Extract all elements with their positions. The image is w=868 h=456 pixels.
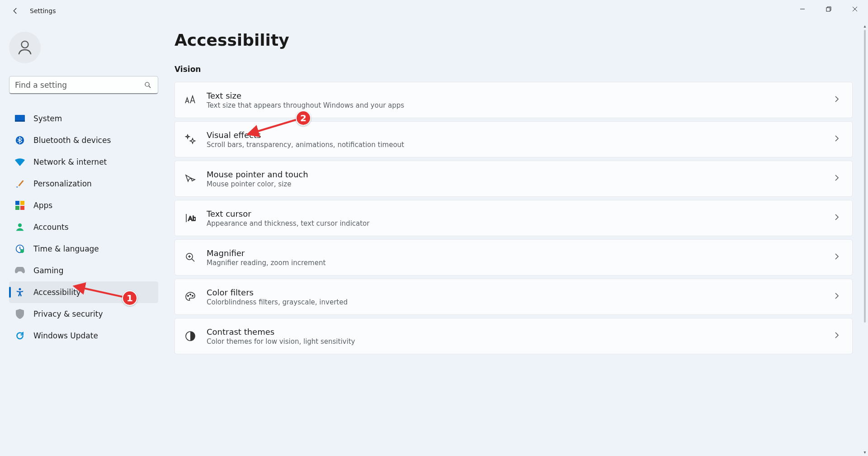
window-controls — [789, 0, 868, 18]
svg-line-22 — [192, 259, 194, 261]
svg-rect-1 — [826, 8, 830, 11]
sidebar-item-label: Time & language — [33, 244, 99, 253]
minimize-button[interactable] — [789, 0, 816, 18]
contrast-icon — [184, 331, 197, 341]
card-text: Contrast themesColor themes for low visi… — [207, 327, 834, 346]
card-description: Scroll bars, transparency, animations, n… — [207, 141, 834, 149]
chevron-right-icon — [834, 292, 840, 301]
sidebar-item-update[interactable]: Windows Update — [9, 325, 158, 347]
maximize-icon — [826, 6, 831, 12]
setting-card-magnifier[interactable]: MagnifierMagnifier reading, zoom increme… — [175, 239, 853, 276]
svg-point-4 — [22, 41, 28, 48]
close-button[interactable] — [842, 0, 868, 18]
card-title: Text cursor — [207, 209, 834, 218]
card-title: Color filters — [207, 288, 834, 297]
chevron-right-icon — [834, 332, 840, 341]
search-wrap — [9, 76, 158, 94]
svg-text:Ab: Ab — [188, 215, 196, 222]
scroll-track[interactable] — [863, 30, 867, 448]
card-description: Appearance and thickness, text cursor in… — [207, 219, 834, 228]
card-title: Mouse pointer and touch — [207, 170, 834, 179]
sidebar-item-label: Accessibility — [33, 288, 81, 297]
svg-point-27 — [192, 295, 193, 297]
card-title: Contrast themes — [207, 327, 834, 337]
card-text: Text cursorAppearance and thickness, tex… — [207, 209, 834, 228]
sidebar-item-accounts[interactable]: Accounts — [9, 216, 158, 238]
mouse-pointer-icon — [184, 174, 197, 184]
apps-icon — [14, 200, 25, 211]
card-title: Visual effects — [207, 130, 834, 140]
card-title: Magnifier — [207, 248, 834, 258]
cards-list: Text sizeText size that appears througho… — [175, 82, 853, 354]
vertical-scrollbar[interactable]: ▴ ▾ — [862, 22, 868, 456]
page-title: Accessibility — [175, 31, 853, 49]
sidebar-item-label: Gaming — [33, 266, 63, 275]
svg-rect-12 — [20, 201, 24, 205]
sidebar-item-label: Personalization — [33, 179, 92, 188]
card-text: Visual effectsScroll bars, transparency,… — [207, 130, 834, 149]
sidebar-item-apps[interactable]: Apps — [9, 195, 158, 216]
svg-rect-14 — [20, 206, 24, 210]
chevron-right-icon — [834, 135, 840, 144]
card-description: Text size that appears throughout Window… — [207, 101, 834, 109]
setting-card-contrast[interactable]: Contrast themesColor themes for low visi… — [175, 318, 853, 354]
svg-point-15 — [18, 223, 22, 227]
scroll-thumb[interactable] — [864, 30, 866, 323]
system-icon — [14, 113, 25, 124]
svg-rect-8 — [15, 120, 25, 122]
setting-card-visual-effects[interactable]: Visual effectsScroll bars, transparency,… — [175, 121, 853, 157]
chevron-right-icon — [834, 253, 840, 262]
chevron-right-icon — [834, 214, 840, 223]
svg-point-25 — [188, 295, 189, 297]
sidebar-item-personalize[interactable]: Personalization — [9, 173, 158, 195]
card-description: Color themes for low vision, light sensi… — [207, 337, 834, 346]
sidebar-item-clock[interactable]: Time & language — [9, 238, 158, 260]
bluetooth-icon — [14, 135, 25, 146]
svg-rect-11 — [15, 201, 19, 205]
card-text: Color filtersColorblindness filters, gra… — [207, 288, 834, 306]
sidebar-item-privacy[interactable]: Privacy & security — [9, 303, 158, 325]
svg-rect-13 — [15, 206, 19, 210]
wifi-icon — [14, 157, 25, 167]
main-content: Accessibility Vision Text sizeText size … — [167, 22, 868, 456]
person-icon — [16, 38, 34, 57]
sidebar-item-system[interactable]: System — [9, 108, 158, 129]
scroll-up-icon[interactable]: ▴ — [862, 22, 868, 30]
user-avatar[interactable] — [9, 32, 41, 63]
window-title: Settings — [30, 7, 56, 14]
sidebar-item-bluetooth[interactable]: Bluetooth & devices — [9, 129, 158, 151]
sidebar-item-label: Apps — [33, 201, 52, 210]
section-title-vision: Vision — [175, 65, 853, 74]
scroll-down-icon[interactable]: ▾ — [862, 448, 868, 456]
svg-rect-10 — [18, 180, 24, 186]
accounts-icon — [14, 222, 25, 233]
sidebar-item-accessibility[interactable]: Accessibility — [9, 281, 158, 303]
setting-card-color-filters[interactable]: Color filtersColorblindness filters, gra… — [175, 279, 853, 315]
sidebar-item-wifi[interactable]: Network & internet — [9, 151, 158, 173]
search-input[interactable] — [9, 76, 158, 94]
sidebar-item-label: Privacy & security — [33, 309, 103, 318]
chevron-right-icon — [834, 95, 840, 104]
app-body: SystemBluetooth & devicesNetwork & inter… — [0, 22, 868, 456]
chevron-right-icon — [834, 174, 840, 183]
sidebar-item-label: Network & internet — [33, 157, 107, 166]
card-text: MagnifierMagnifier reading, zoom increme… — [207, 248, 834, 267]
svg-rect-7 — [15, 115, 25, 121]
setting-card-text-size[interactable]: Text sizeText size that appears througho… — [175, 82, 853, 118]
svg-line-6 — [149, 86, 151, 88]
search-icon — [144, 81, 152, 91]
setting-card-mouse-pointer[interactable]: Mouse pointer and touchMouse pointer col… — [175, 161, 853, 197]
text-cursor-icon: Ab — [184, 213, 197, 223]
maximize-button[interactable] — [816, 0, 842, 18]
back-button[interactable] — [10, 5, 21, 16]
svg-point-26 — [190, 294, 191, 295]
nav-list: SystemBluetooth & devicesNetwork & inter… — [9, 108, 158, 347]
sidebar: SystemBluetooth & devicesNetwork & inter… — [0, 22, 167, 456]
card-description: Colorblindness filters, grayscale, inver… — [207, 298, 834, 306]
sidebar-item-gaming[interactable]: Gaming — [9, 260, 158, 281]
setting-card-text-cursor[interactable]: AbText cursorAppearance and thickness, t… — [175, 200, 853, 236]
arrow-left-icon — [11, 7, 19, 15]
svg-point-18 — [19, 288, 21, 290]
close-icon — [852, 6, 858, 12]
magnifier-icon — [184, 252, 197, 263]
